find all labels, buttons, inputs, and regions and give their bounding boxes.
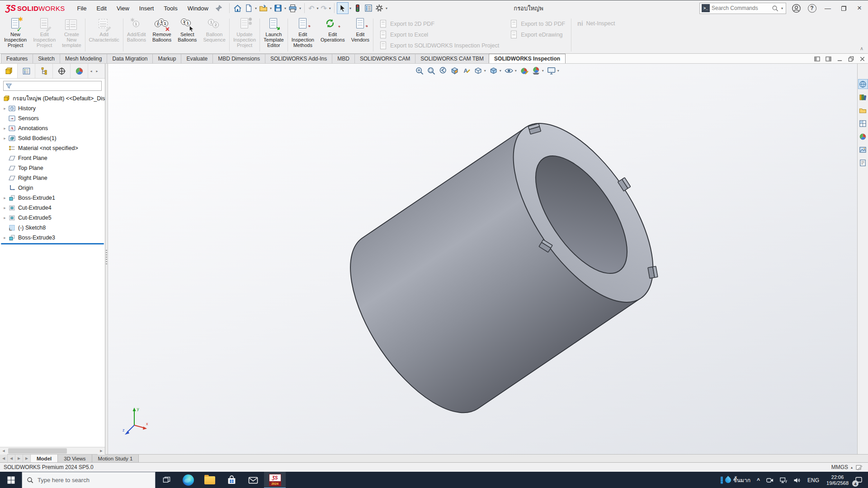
expander-icon[interactable]: ▸	[1, 235, 8, 240]
tags-edit-icon[interactable]	[855, 464, 863, 471]
expander-icon[interactable]: ▸	[1, 196, 8, 200]
save-button[interactable]	[273, 2, 283, 14]
tab-solidworks-addins[interactable]: SOLIDWORKS Add-Ins	[265, 54, 332, 63]
tree-item-cut-extrude4[interactable]: ▸Cut-Extrude4	[0, 203, 105, 213]
tree-item-solid-bodies[interactable]: ▸Solid Bodies(1)	[0, 133, 105, 143]
create-new-template-button[interactable]: Create New template	[59, 17, 84, 53]
remove-balloons-button[interactable]: 111×Remove Balloons	[149, 17, 175, 53]
options-caret-icon[interactable]: ▾	[386, 6, 387, 10]
tab-data-migration[interactable]: Data Migration	[107, 54, 153, 63]
mail-button[interactable]	[242, 472, 264, 488]
edit-appearance-button[interactable]	[519, 65, 530, 76]
edit-inspection-project-button[interactable]: Edit Inspection Project	[30, 17, 59, 53]
file-explorer-button[interactable]	[858, 105, 868, 115]
tab-mbd[interactable]: MBD	[332, 54, 355, 63]
search-caret-icon[interactable]: ▾	[781, 6, 783, 10]
print-caret-icon[interactable]: ▾	[299, 6, 301, 10]
pane-left-icon[interactable]	[814, 56, 820, 62]
doc-tab-3d-views[interactable]: 3D Views	[58, 455, 92, 462]
expander-icon[interactable]: ▸	[1, 106, 8, 111]
weather-widget[interactable]: ชื้นมาก	[717, 472, 754, 488]
tab-display-manager[interactable]	[71, 64, 88, 78]
rollback-bar[interactable]	[1, 243, 104, 244]
tab-markup[interactable]: Markup	[152, 54, 181, 63]
expander-icon[interactable]: ▸	[1, 216, 8, 220]
tab-evaluate[interactable]: Evaluate	[181, 54, 213, 63]
edit-operations-button[interactable]: path d="M11 2.5 L13.5 5 L5.5 13 L2 14 L3…	[317, 17, 348, 53]
tree-item-origin[interactable]: Origin	[0, 183, 105, 193]
net-inspect-button[interactable]: niNet-Inspect	[577, 20, 615, 27]
tab-solidworks-inspection[interactable]: SOLIDWORKS Inspection	[489, 54, 566, 63]
solidworks-taskbar-button[interactable]: ƷS2024	[264, 472, 286, 488]
hide-show-items-button[interactable]	[503, 65, 514, 76]
taskbar-search-input[interactable]	[38, 477, 151, 483]
options-button[interactable]	[374, 2, 385, 14]
hidden-icons-button[interactable]: ^	[754, 472, 763, 488]
menu-edit[interactable]: Edit	[91, 3, 111, 14]
tree-item-boss-extrude3[interactable]: ▸Boss-Extrude3	[0, 233, 105, 243]
new-inspection-project-button[interactable]: ✓∗New Inspection Project	[1, 17, 30, 53]
rebuild-button[interactable]	[352, 2, 363, 14]
action-center-button[interactable]: 4	[852, 472, 868, 488]
tab-configuration-manager[interactable]	[35, 64, 53, 78]
apply-scene-button[interactable]	[530, 65, 542, 76]
start-button[interactable]	[0, 472, 22, 488]
expander-icon[interactable]: ▸	[1, 206, 8, 210]
tree-item-front-plane[interactable]: Front Plane	[0, 153, 105, 163]
tree-item-sketch8[interactable]: (-) Sketch8	[0, 223, 105, 233]
first-tab-icon[interactable]: ◀	[0, 455, 8, 462]
expander-icon[interactable]: ▸	[1, 126, 8, 131]
view-orientation-button[interactable]	[472, 65, 484, 76]
account-button[interactable]	[790, 2, 802, 14]
export-2d-pdf-button[interactable]: Export to 2D PDF	[379, 20, 499, 28]
add-characteristic-button[interactable]: Add Characteristic	[86, 17, 123, 53]
tab-property-manager[interactable]	[18, 64, 35, 78]
panel-tabs-scroll-left[interactable]: ◂	[88, 64, 94, 78]
next-tab-icon[interactable]: ▶	[15, 455, 23, 462]
scrollbar-thumb[interactable]	[8, 448, 67, 454]
tree-item-top-plane[interactable]: Top Plane	[0, 163, 105, 173]
tab-solidworks-cam[interactable]: SOLIDWORKS CAM	[354, 54, 415, 63]
zoom-to-area-button[interactable]	[425, 65, 437, 76]
menu-tools[interactable]: Tools	[159, 3, 182, 14]
edit-vendors-button[interactable]: path d="M11 2.5 L13.5 5 L5.5 13 L2 14 L3…	[348, 17, 373, 53]
last-tab-icon[interactable]: ▶	[23, 455, 31, 462]
view-orientation-caret-icon[interactable]: ▾	[484, 69, 486, 73]
solidworks-resources-button[interactable]	[858, 79, 868, 89]
tab-feature-manager-tree[interactable]	[0, 64, 18, 78]
panel-horizontal-scrollbar[interactable]: ◀ ▶	[0, 447, 105, 454]
edge-button[interactable]	[177, 472, 199, 488]
home-button[interactable]	[232, 2, 243, 14]
annotation-view-button[interactable]: A	[461, 65, 472, 76]
hide-show-caret-icon[interactable]: ▾	[515, 69, 517, 73]
tree-item-material[interactable]: Material <not specified>	[0, 143, 105, 153]
display-style-caret-icon[interactable]: ▾	[500, 69, 501, 73]
scenes-button[interactable]	[858, 145, 868, 155]
select-caret-icon[interactable]: ▾	[349, 6, 351, 10]
view-settings-button[interactable]	[546, 65, 557, 76]
select-balloons-button[interactable]: 11Select Balloons	[175, 17, 200, 53]
redo-caret-icon[interactable]: ▾	[329, 6, 331, 10]
clock[interactable]: 22:06 19/6/2568	[823, 474, 852, 486]
restore-button[interactable]	[838, 2, 849, 14]
doc-tab-motion-study[interactable]: Motion Study 1	[92, 455, 139, 462]
menu-window[interactable]: Window	[183, 3, 213, 14]
zoom-to-fit-button[interactable]	[414, 65, 425, 76]
language-indicator[interactable]: ENG	[804, 477, 823, 483]
volume-button[interactable]	[790, 472, 804, 488]
taskbar-search[interactable]	[22, 472, 156, 488]
doc-restore-icon[interactable]	[848, 56, 854, 62]
new-document-button[interactable]	[243, 2, 254, 14]
appearances-button[interactable]	[858, 131, 868, 141]
new-caret-icon[interactable]: ▾	[255, 6, 257, 10]
expander-icon[interactable]: ▸	[1, 136, 8, 141]
menu-view[interactable]: View	[112, 3, 134, 14]
previous-view-button[interactable]	[437, 65, 448, 76]
scroll-right-icon[interactable]: ▶	[98, 447, 105, 455]
ribbon-collapse-chevron-icon[interactable]: ∧	[860, 46, 863, 52]
minimize-button[interactable]: —	[822, 2, 834, 14]
command-search[interactable]: >_ ▾	[699, 3, 786, 14]
doc-tab-model[interactable]: Model	[31, 455, 58, 462]
tab-sketch[interactable]: Sketch	[33, 54, 60, 63]
undo-caret-icon[interactable]: ▾	[316, 6, 318, 10]
